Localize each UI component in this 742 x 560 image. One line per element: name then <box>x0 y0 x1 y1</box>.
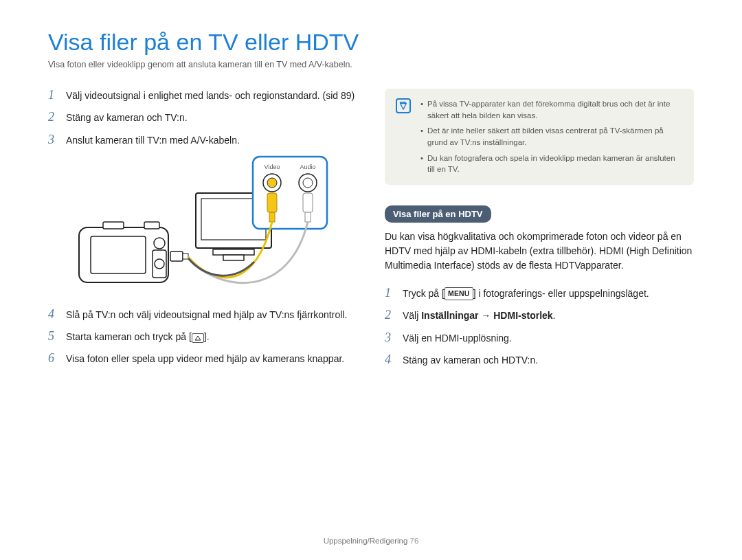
note-item: På vissa TV-apparater kan det förekomma … <box>420 98 683 121</box>
svg-point-19 <box>303 178 313 188</box>
step-3: 3 Anslut kameran till TV:n med A/V-kabel… <box>48 133 357 147</box>
plug-icon <box>170 251 188 261</box>
av-jack-panel: Video Audio <box>253 157 327 229</box>
playback-icon <box>192 333 204 343</box>
step-text: Anslut kameran till TV:n med A/V-kabeln. <box>66 133 357 147</box>
menu-button-label: MENU <box>445 287 473 300</box>
diagram-svg: Video Audio <box>76 155 330 293</box>
step-number: 4 <box>48 308 60 322</box>
step-number: 4 <box>385 353 397 367</box>
svg-rect-20 <box>267 193 277 212</box>
page-footer: Uppspelning/Redigering 76 <box>0 537 742 545</box>
step-number: 5 <box>48 330 60 344</box>
svg-rect-5 <box>103 222 124 229</box>
step-text: Starta kameran och tryck på []. <box>66 330 357 344</box>
step-text: Stäng av kameran och HDTV:n. <box>403 353 694 367</box>
hdtv-step-4: 4 Stäng av kameran och HDTV:n. <box>385 353 694 367</box>
manual-page: Visa filer på en TV eller HDTV Visa foto… <box>0 0 742 560</box>
step-6: 6 Visa foton eller spela upp videor med … <box>48 352 357 366</box>
step-number: 2 <box>385 309 397 322</box>
svg-point-17 <box>267 178 277 188</box>
svg-text:Video: Video <box>265 164 280 170</box>
svg-rect-8 <box>183 254 188 259</box>
step-text: Slå på TV:n och välj videoutsignal med h… <box>66 308 357 322</box>
left-column: 1 Välj videoutsignal i enlighet med land… <box>48 89 357 375</box>
step-1: 1 Välj videoutsignal i enlighet med land… <box>48 89 357 102</box>
note-item: Det är inte heller säkert att bilden vis… <box>420 125 683 148</box>
hdtv-intro: Du kan visa högkvalitativa och okomprime… <box>385 229 694 273</box>
page-number: 76 <box>410 537 419 545</box>
step-text: Tryck på [MENU] i fotograferings- eller … <box>403 287 694 300</box>
svg-marker-24 <box>195 336 201 340</box>
page-subtitle: Visa foton eller videoklipp genom att an… <box>48 60 694 69</box>
step-4: 4 Slå på TV:n och välj videoutsignal med… <box>48 308 357 322</box>
svg-text:Audio: Audio <box>300 164 315 170</box>
svg-rect-22 <box>303 193 313 212</box>
step-number: 6 <box>48 352 60 366</box>
step-number: 1 <box>385 287 397 300</box>
step-number: 3 <box>48 133 60 147</box>
step-text: Visa foton eller spela upp videor med hj… <box>66 352 357 366</box>
hdtv-step-2: 2 Välj Inställningar → HDMI-storlek. <box>385 309 694 322</box>
page-title: Visa filer på en TV eller HDTV <box>48 29 694 56</box>
step-text: Välj Inställningar → HDMI-storlek. <box>403 309 694 322</box>
step-number: 3 <box>385 331 397 345</box>
svg-rect-11 <box>213 249 254 255</box>
note-list: På vissa TV-apparater kan det förekomma … <box>420 98 683 175</box>
svg-rect-12 <box>223 255 244 260</box>
camera-icon <box>79 222 168 282</box>
svg-rect-1 <box>91 236 146 273</box>
note-box: På vissa TV-apparater kan det förekomma … <box>385 89 694 185</box>
svg-rect-6 <box>144 222 159 229</box>
step-5: 5 Starta kameran och tryck på []. <box>48 330 357 344</box>
note-icon <box>396 98 411 113</box>
step-text: Välj en HDMI-upplösning. <box>403 331 694 345</box>
hdtv-step-1: 1 Tryck på [MENU] i fotograferings- elle… <box>385 287 694 300</box>
svg-rect-23 <box>305 212 311 222</box>
content-columns: 1 Välj videoutsignal i enlighet med land… <box>48 89 694 375</box>
step-number: 2 <box>48 111 60 124</box>
hdtv-heading-pill: Visa filer på en HDTV <box>385 205 491 223</box>
step-text: Välj videoutsignal i enlighet med lands-… <box>66 89 357 102</box>
step-text: Stäng av kameran och TV:n. <box>66 111 357 124</box>
step-2: 2 Stäng av kameran och TV:n. <box>48 111 357 124</box>
svg-rect-21 <box>269 212 275 222</box>
note-item: Du kan fotografera och spela in videokli… <box>420 153 683 175</box>
step-number: 1 <box>48 89 60 102</box>
svg-rect-7 <box>170 251 183 261</box>
right-column: På vissa TV-apparater kan det förekomma … <box>385 89 694 375</box>
footer-section: Uppspelning/Redigering <box>324 537 408 545</box>
connection-diagram: Video Audio <box>76 155 357 295</box>
hdtv-step-3: 3 Välj en HDMI-upplösning. <box>385 331 694 345</box>
